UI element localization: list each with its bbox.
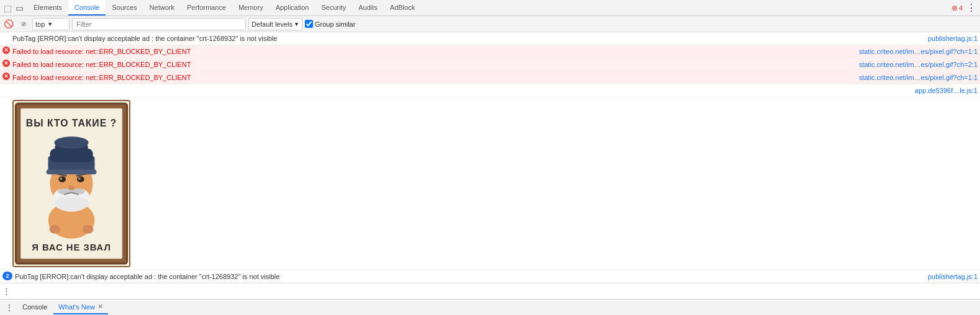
group-similar-checkbox[interactable] [305, 20, 313, 28]
svg-point-25 [77, 176, 84, 182]
pubtag2-badge: 2 [2, 272, 12, 280]
svg-text:Я ВАС НЕ ЗВАЛ: Я ВАС НЕ ЗВАЛ [32, 242, 111, 252]
tab-sources[interactable]: Sources [106, 0, 143, 16]
console-messages-area: PubTag [ERROR]:can't display acceptable … [0, 32, 980, 283]
device-toggle-icon[interactable]: ▭ [14, 2, 25, 14]
svg-point-28 [68, 185, 75, 190]
default-levels-arrow-icon: ▼ [294, 21, 299, 27]
console-image-row: ВЫ КТО ТАКИЕ ? [0, 97, 980, 270]
default-levels-button[interactable]: Default levels ▼ [248, 18, 302, 30]
group-similar-label[interactable]: Group similar [305, 20, 355, 28]
row-source-2[interactable]: static.criteo.net/im…es/pixel.gif?ch=1:1 [854, 47, 978, 56]
error-badge-2: ✕ [2, 60, 10, 67]
svg-point-7 [50, 225, 61, 234]
svg-point-24 [58, 176, 66, 182]
main-tab-nav: Elements Console Sources Network Perform… [27, 0, 421, 16]
context-label: top [35, 20, 45, 28]
error-badge-3: ✕ [2, 73, 10, 80]
bottom-tab-bar: ⋮ Console What's New ✕ [0, 299, 980, 315]
svg-text:ВЫ КТО ТАКИЕ ?: ВЫ КТО ТАКИЕ ? [26, 118, 117, 128]
clear-console-button[interactable]: 🚫 [2, 18, 15, 30]
close-whats-new-icon[interactable]: ✕ [98, 303, 103, 311]
console-row-2: ✕ Failed to load resource: net::ERR_BLOC… [0, 45, 980, 58]
row-message-2: Failed to load resource: net::ERR_BLOCKE… [12, 47, 854, 56]
tab-console[interactable]: Console [68, 0, 106, 16]
error-count-badge: ⊗ 4 [951, 4, 963, 12]
tab-memory[interactable]: Memory [232, 0, 270, 16]
devtools-tab-bar: ⬚ ▭ Elements Console Sources Network Per… [0, 0, 980, 16]
cartoon-svg: ВЫ КТО ТАКИЕ ? [12, 101, 130, 266]
pubtag2-message: PubTag [ERROR]:can't display acceptable … [15, 272, 923, 282]
filter-toggle-button[interactable]: ⊘ [17, 18, 30, 30]
row-message-1: PubTag [ERROR]:can't display acceptable … [12, 33, 923, 43]
tab-network[interactable]: Network [143, 0, 181, 16]
context-selector[interactable]: top ▼ [32, 18, 70, 30]
console-row-pubtag2: 2 PubTag [ERROR]:can't display acceptabl… [0, 270, 980, 283]
bottom-tab-console-label: Console [22, 303, 47, 311]
console-image: ВЫ КТО ТАКИЕ ? [12, 100, 130, 267]
bottom-tab-whats-new-label: What's New [58, 303, 94, 311]
row-message-3: Failed to load resource: net::ERR_BLOCKE… [12, 60, 854, 69]
row-message-4: Failed to load resource: net::ERR_BLOCKE… [12, 73, 854, 82]
tab-application[interactable]: Application [270, 0, 315, 16]
tab-audits[interactable]: Audits [352, 0, 384, 16]
svg-rect-21 [47, 169, 97, 174]
row-source-5[interactable]: app.de5396f…le.js:1 [910, 86, 978, 95]
console-row-3: ✕ Failed to load resource: net::ERR_BLOC… [0, 58, 980, 71]
group-similar-text: Group similar [315, 20, 355, 28]
filter-input[interactable] [72, 18, 246, 30]
prompt-caret-icon: ⋮ [2, 286, 11, 296]
console-row-5: app.de5396f…le.js:1 [0, 84, 980, 97]
default-levels-label: Default levels [252, 20, 293, 28]
row-source-1[interactable]: publishertag.js:1 [923, 33, 978, 43]
console-toolbar: 🚫 ⊘ top ▼ Default levels ▼ Group similar [0, 16, 980, 32]
tab-performance[interactable]: Performance [181, 0, 232, 16]
bottom-bar-menu-icon[interactable]: ⋮ [2, 301, 16, 314]
svg-point-8 [83, 225, 94, 234]
svg-point-13 [54, 197, 88, 211]
console-prompt-bar: ⋮ [0, 283, 980, 299]
bottom-tab-whats-new[interactable]: What's New ✕ [53, 301, 107, 314]
console-row-1: PubTag [ERROR]:can't display acceptable … [0, 32, 980, 45]
error-badge-1: ✕ [2, 47, 10, 54]
inspect-icon[interactable]: ⬚ [2, 2, 13, 14]
console-row-4: ✕ Failed to load resource: net::ERR_BLOC… [0, 71, 980, 84]
row-source-3[interactable]: static.criteo.net/im…es/pixel.gif?ch=2:1 [854, 60, 978, 69]
svg-point-20 [54, 136, 88, 149]
row-source-4[interactable]: static.criteo.net/im…es/pixel.gif?ch=1:1 [854, 73, 978, 82]
tab-security[interactable]: Security [315, 0, 352, 16]
tab-adblock[interactable]: AdBlock [384, 0, 421, 16]
pubtag2-source[interactable]: publishertag.js:1 [923, 272, 978, 282]
context-arrow-icon: ▼ [47, 21, 53, 27]
error-count: 4 [959, 4, 963, 12]
svg-point-27 [78, 177, 81, 180]
console-input[interactable] [13, 288, 978, 295]
tab-elements[interactable]: Elements [27, 0, 68, 16]
svg-point-26 [60, 177, 62, 180]
bottom-tab-console[interactable]: Console [17, 301, 52, 314]
kebab-menu-icon[interactable]: ⋮ [965, 1, 978, 15]
